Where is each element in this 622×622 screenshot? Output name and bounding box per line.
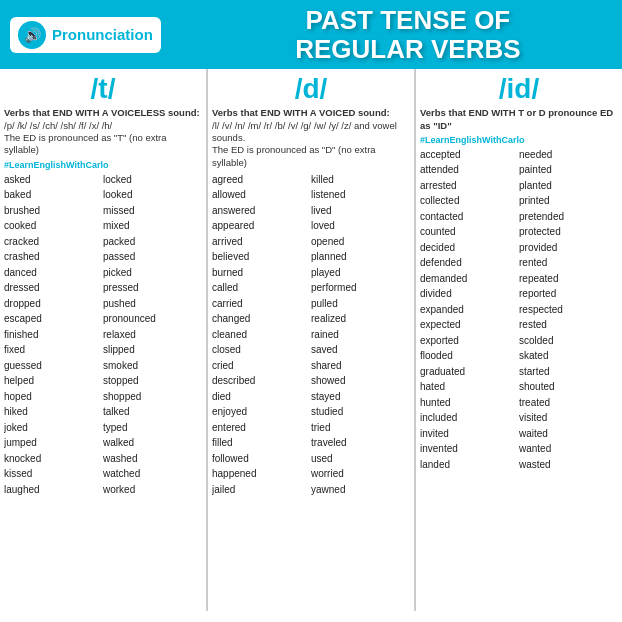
word: played xyxy=(311,265,410,281)
word: fixed xyxy=(4,342,103,358)
word: hated xyxy=(420,379,519,395)
word: flooded xyxy=(420,348,519,364)
column-d: /d/ Verbs that END WITH A VOICED sound: … xyxy=(208,69,416,611)
pronunciation-icon: 🔊 xyxy=(18,21,46,49)
word: pretended xyxy=(519,209,618,225)
word: studied xyxy=(311,404,410,420)
word: traveled xyxy=(311,435,410,451)
word: agreed xyxy=(212,172,311,188)
word: followed xyxy=(212,451,311,467)
word: treated xyxy=(519,395,618,411)
word: graduated xyxy=(420,364,519,380)
word: knocked xyxy=(4,451,103,467)
word: pressed xyxy=(103,280,202,296)
word: reported xyxy=(519,286,618,302)
word: divided xyxy=(420,286,519,302)
word: filled xyxy=(212,435,311,451)
words-grid-id: acceptedneededattendedpaintedarrestedpla… xyxy=(420,147,618,473)
column-header-t: /t/ xyxy=(4,73,202,105)
word: needed xyxy=(519,147,618,163)
word: attended xyxy=(420,162,519,178)
word: loved xyxy=(311,218,410,234)
word: demanded xyxy=(420,271,519,287)
hashtag-t: #LearnEnglishWithCarlo xyxy=(4,160,202,170)
word: started xyxy=(519,364,618,380)
word: contacted xyxy=(420,209,519,225)
word: visited xyxy=(519,410,618,426)
word: planned xyxy=(311,249,410,265)
word: talked xyxy=(103,404,202,420)
word: danced xyxy=(4,265,103,281)
word: showed xyxy=(311,373,410,389)
word: counted xyxy=(420,224,519,240)
word: cleaned xyxy=(212,327,311,343)
word: baked xyxy=(4,187,103,203)
word: opened xyxy=(311,234,410,250)
word: listened xyxy=(311,187,410,203)
word: described xyxy=(212,373,311,389)
word: painted xyxy=(519,162,618,178)
word: shared xyxy=(311,358,410,374)
word: worried xyxy=(311,466,410,482)
word: repeated xyxy=(519,271,618,287)
word: died xyxy=(212,389,311,405)
word: laughed xyxy=(4,482,103,498)
word: invented xyxy=(420,441,519,457)
word: appeared xyxy=(212,218,311,234)
word: called xyxy=(212,280,311,296)
word: protected xyxy=(519,224,618,240)
word: collected xyxy=(420,193,519,209)
word: landed xyxy=(420,457,519,473)
word: crashed xyxy=(4,249,103,265)
word: typed xyxy=(103,420,202,436)
word: cracked xyxy=(4,234,103,250)
word: dropped xyxy=(4,296,103,312)
word: picked xyxy=(103,265,202,281)
word: yawned xyxy=(311,482,410,498)
word: saved xyxy=(311,342,410,358)
word: walked xyxy=(103,435,202,451)
word: worked xyxy=(103,482,202,498)
word: shopped xyxy=(103,389,202,405)
word: happened xyxy=(212,466,311,482)
word: stopped xyxy=(103,373,202,389)
word: killed xyxy=(311,172,410,188)
word: entered xyxy=(212,420,311,436)
column-desc-t: Verbs that END WITH A VOICELESS sound: /… xyxy=(4,107,202,156)
word: helped xyxy=(4,373,103,389)
word: asked xyxy=(4,172,103,188)
word: defended xyxy=(420,255,519,271)
page-title: PAST TENSE OF REGULAR VERBS xyxy=(204,6,612,63)
word: included xyxy=(420,410,519,426)
word: invited xyxy=(420,426,519,442)
word: decided xyxy=(420,240,519,256)
column-desc-id: Verbs that END WITH T or D pronounce ED … xyxy=(420,107,618,132)
word: respected xyxy=(519,302,618,318)
checkmark-icon: ✓ xyxy=(171,18,194,51)
words-grid-t: askedlockedbakedlookedbrushedmissedcooke… xyxy=(4,172,202,498)
word: changed xyxy=(212,311,311,327)
word: stayed xyxy=(311,389,410,405)
column-header-d: /d/ xyxy=(212,73,410,105)
word: expanded xyxy=(420,302,519,318)
word: hunted xyxy=(420,395,519,411)
word: pushed xyxy=(103,296,202,312)
word: accepted xyxy=(420,147,519,163)
word: brushed xyxy=(4,203,103,219)
column-header-id: /id/ xyxy=(420,73,618,105)
word: locked xyxy=(103,172,202,188)
word: washed xyxy=(103,451,202,467)
word: looked xyxy=(103,187,202,203)
word: guessed xyxy=(4,358,103,374)
header: 🔊 Pronunciation ✓ PAST TENSE OF REGULAR … xyxy=(0,0,622,69)
word: burned xyxy=(212,265,311,281)
column-t: /t/ Verbs that END WITH A VOICELESS soun… xyxy=(0,69,208,611)
word: carried xyxy=(212,296,311,312)
word: finished xyxy=(4,327,103,343)
word: realized xyxy=(311,311,410,327)
word: believed xyxy=(212,249,311,265)
word: slipped xyxy=(103,342,202,358)
word: rested xyxy=(519,317,618,333)
word: performed xyxy=(311,280,410,296)
column-desc-d: Verbs that END WITH A VOICED sound: /l/ … xyxy=(212,107,410,169)
